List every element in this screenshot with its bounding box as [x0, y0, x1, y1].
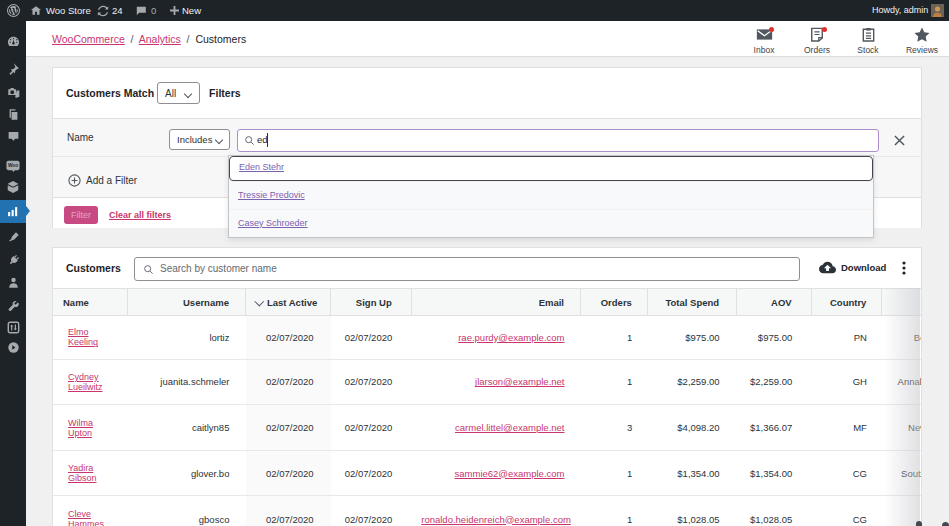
svg-text:Woo: Woo	[8, 163, 18, 168]
